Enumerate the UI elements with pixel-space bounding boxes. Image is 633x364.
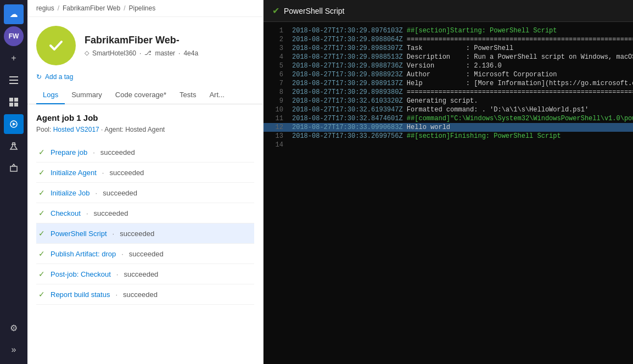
- tabs: Logs Summary Code coverage* Tests Art...: [27, 86, 263, 104]
- log-line-11: 11 2018-08-27T17:30:32.8474601Z ##[comma…: [264, 114, 633, 123]
- task-name-post-checkout: Post-job: Checkout: [51, 270, 111, 278]
- task-name-report: Report build status: [51, 290, 110, 299]
- log-num-10: 10: [268, 106, 283, 114]
- task-check-post-checkout: ✓: [38, 270, 45, 278]
- build-title: FabrikamFiber Web-: [85, 35, 198, 46]
- job-pool: Pool: Hosted VS2017 · Agent: Hosted Agen…: [36, 126, 254, 133]
- task-check-init-agent: ✓: [38, 168, 45, 177]
- expand-icon[interactable]: »: [4, 340, 24, 360]
- tab-artifacts[interactable]: Art...: [203, 86, 231, 104]
- branch-icon: ⎇: [144, 49, 152, 57]
- task-dot-post-checkout: ·: [116, 270, 119, 278]
- log-num-6: 6: [268, 71, 283, 79]
- log-line-3: 3 2018-08-27T17:30:29.8988307Z Task : Po…: [264, 44, 633, 53]
- log-time-10: 2018-08-27T17:30:32.6193947Z: [292, 106, 403, 114]
- build-dot-1: ·: [139, 49, 141, 57]
- breadcrumb-regius[interactable]: regius: [36, 4, 54, 12]
- breadcrumb-pipelines[interactable]: Pipelines: [129, 4, 156, 12]
- log-time-9: 2018-08-27T17:30:32.6103320Z: [292, 97, 403, 105]
- main-left-panel: regius / FabrikamFiber Web / Pipelines F…: [27, 0, 264, 364]
- task-item-init-job[interactable]: ✓ Initialize Job · succeeded: [36, 183, 254, 203]
- task-name-publish: Publish Artifact: drop: [51, 250, 116, 258]
- log-text-4: Description : Run a PowerShell script on…: [403, 53, 633, 61]
- task-dot-checkout: ·: [86, 209, 88, 217]
- log-time-6: 2018-08-27T17:30:29.8988923Z: [292, 71, 403, 79]
- boards-icon[interactable]: [4, 92, 24, 112]
- task-status-init-agent: succeeded: [109, 169, 144, 177]
- task-dot-powershell: ·: [113, 229, 115, 238]
- task-dot-init-job: ·: [96, 189, 98, 197]
- svg-rect-5: [9, 103, 13, 107]
- task-item-init-agent[interactable]: ✓ Initialize Agent · succeeded: [36, 163, 254, 183]
- log-line-9: 9 2018-08-27T17:30:32.6103320Z Generatin…: [264, 97, 633, 105]
- add-tag-button[interactable]: ↻ Add a tag: [27, 72, 263, 86]
- log-line-8: 8 2018-08-27T17:30:29.8989380Z =========…: [264, 88, 633, 97]
- log-text-3: Task : PowerShell: [403, 44, 514, 52]
- log-line-6: 6 2018-08-27T17:30:29.8988923Z Author : …: [264, 70, 633, 79]
- task-status-publish: succeeded: [129, 250, 164, 258]
- build-meta: ◇ SmartHotel360 · ⎇ master · 4e4a: [85, 49, 198, 57]
- task-name-prepare: Prepare job: [51, 148, 87, 156]
- build-header: FabrikamFiber Web- ◇ SmartHotel360 · ⎇ m…: [27, 17, 263, 72]
- add-tag-label: Add a tag: [45, 73, 73, 81]
- log-num-3: 3: [268, 44, 283, 52]
- tab-tests[interactable]: Tests: [173, 86, 203, 104]
- task-list: ✓ Prepare job · succeeded ✓ Initialize A…: [36, 142, 254, 305]
- log-text-1: ##[section]Starting: PowerShell Script: [403, 27, 557, 35]
- task-item-report[interactable]: ✓ Report build status · succeeded: [36, 284, 254, 305]
- log-time-7: 2018-08-27T17:30:29.8989137Z: [292, 80, 403, 87]
- task-item-prepare[interactable]: ✓ Prepare job · succeeded: [36, 142, 254, 163]
- log-num-9: 9: [268, 97, 283, 105]
- log-time-11: 2018-08-27T17:30:32.8474601Z: [292, 115, 403, 122]
- log-line-10: 10 2018-08-27T17:30:32.6193947Z Formatte…: [264, 105, 633, 114]
- source-icon: ◇: [85, 49, 89, 57]
- task-item-publish[interactable]: ✓ Publish Artifact: drop · succeeded: [36, 244, 254, 264]
- menu-icon[interactable]: [4, 70, 24, 90]
- task-status-powershell: succeeded: [120, 229, 154, 238]
- log-time-4: 2018-08-27T17:30:29.8988513Z: [292, 53, 403, 61]
- task-status-report: succeeded: [123, 290, 158, 299]
- tab-code-coverage[interactable]: Code coverage*: [109, 86, 173, 104]
- artifacts-icon[interactable]: [4, 158, 24, 178]
- breadcrumb-sep-1: /: [58, 4, 59, 12]
- build-commit: 4e4a: [183, 49, 198, 57]
- log-time-1: 2018-08-27T17:30:29.8976103Z: [292, 27, 403, 35]
- tab-logs[interactable]: Logs: [36, 86, 65, 104]
- log-line-7: 7 2018-08-27T17:30:29.8989137Z Help : [M…: [264, 79, 633, 88]
- build-info: FabrikamFiber Web- ◇ SmartHotel360 · ⎇ m…: [85, 35, 198, 57]
- test-icon[interactable]: [4, 136, 24, 156]
- terminal-panel: ✔ PowerShell Script 1 2018-08-27T17:30:2…: [264, 0, 633, 364]
- log-text-5: Version : 2.136.0: [403, 62, 502, 70]
- build-status-icon: [36, 26, 76, 65]
- add-icon[interactable]: +: [4, 48, 24, 68]
- log-num-1: 1: [268, 27, 283, 35]
- project-avatar[interactable]: FW: [4, 26, 24, 46]
- task-dot-report: ·: [115, 290, 117, 299]
- tag-icon: ↻: [36, 73, 42, 81]
- log-num-14: 14: [268, 141, 283, 149]
- build-source: SmartHotel360: [92, 49, 136, 57]
- settings-icon[interactable]: ⚙: [4, 318, 24, 338]
- task-item-powershell[interactable]: ✓ PowerShell Script · succeeded: [36, 223, 254, 244]
- task-item-checkout[interactable]: ✓ Checkout · succeeded: [36, 203, 254, 223]
- log-time-13: 2018-08-27T17:30:33.2699756Z: [292, 132, 403, 140]
- tab-summary[interactable]: Summary: [65, 86, 109, 104]
- task-status-prepare: succeeded: [100, 148, 135, 156]
- task-item-post-checkout[interactable]: ✓ Post-job: Checkout · succeeded: [36, 264, 254, 284]
- breadcrumb-project[interactable]: FabrikamFiber Web: [63, 4, 120, 12]
- task-check-powershell: ✓: [38, 229, 45, 238]
- terminal-body[interactable]: 1 2018-08-27T17:30:29.8976103Z ##[sectio…: [264, 22, 633, 364]
- sidebar: ☁ FW + ⚙ »: [0, 0, 27, 364]
- pool-label: Pool:: [36, 126, 51, 133]
- log-time-5: 2018-08-27T17:30:29.8988736Z: [292, 62, 403, 70]
- task-dot-publish: ·: [121, 250, 124, 258]
- logo-icon[interactable]: ☁: [4, 4, 24, 24]
- pipelines-icon[interactable]: [4, 114, 24, 134]
- log-num-7: 7: [268, 80, 283, 87]
- log-line-13: 13 2018-08-27T17:30:33.2699756Z ##[secti…: [264, 132, 633, 141]
- log-text-12: Hello world: [403, 124, 450, 131]
- svg-rect-2: [9, 83, 18, 84]
- pool-link[interactable]: Hosted VS2017: [53, 126, 99, 133]
- task-check-publish: ✓: [38, 249, 45, 258]
- breadcrumb: regius / FabrikamFiber Web / Pipelines: [27, 0, 263, 17]
